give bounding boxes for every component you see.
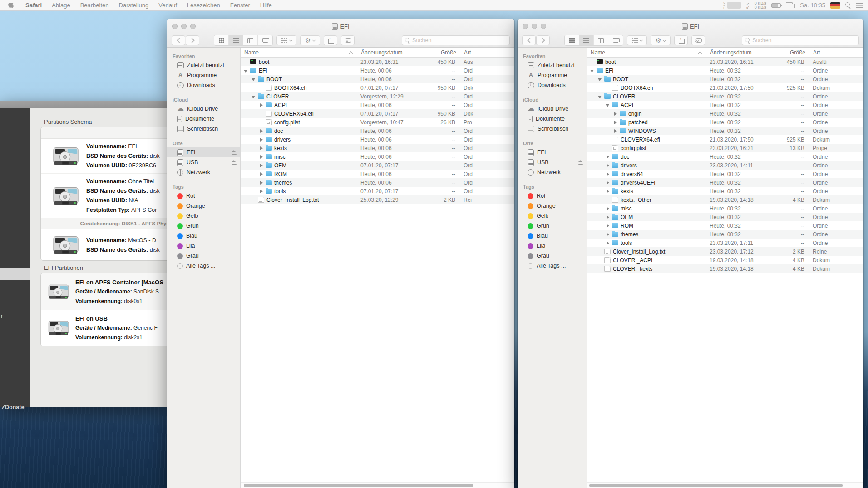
icon-view-button[interactable] bbox=[565, 35, 579, 45]
menu-hilfe[interactable]: Hilfe bbox=[255, 2, 277, 9]
action-gear-button[interactable]: ⚙ bbox=[300, 35, 320, 45]
file-row[interactable]: ACPI Heute, 00:06 -- Ord bbox=[241, 101, 514, 109]
disclosure-triangle-icon[interactable] bbox=[605, 215, 611, 220]
list-view-button[interactable] bbox=[579, 35, 594, 45]
file-row[interactable]: patched Heute, 00:32 -- Ordne bbox=[587, 118, 863, 127]
disclosure-triangle-icon[interactable] bbox=[259, 154, 265, 160]
file-row[interactable]: drivers Heute, 00:06 -- Ord bbox=[241, 135, 514, 144]
zoom-button[interactable] bbox=[190, 24, 196, 29]
gallery-view-button[interactable] bbox=[258, 35, 272, 45]
disclosure-triangle-icon[interactable] bbox=[597, 258, 603, 263]
file-row[interactable]: WINDOWS Heute, 00:32 -- Ordne bbox=[587, 127, 863, 135]
efi-partition-entry[interactable]: EFI on USB Geräte / Medienname: Generic … bbox=[41, 310, 167, 346]
spotlight-search-icon[interactable] bbox=[845, 2, 851, 8]
column-view-button[interactable] bbox=[243, 35, 258, 45]
forward-button[interactable] bbox=[186, 35, 199, 45]
file-row[interactable]: kexts._Other 19.03.2020, 14:18 4 KB Doku… bbox=[587, 195, 863, 204]
file-row[interactable]: config.plist 23.03.2020, 16:31 13 KB Pro… bbox=[587, 144, 863, 152]
sidebar-selected-band[interactable] bbox=[0, 268, 30, 280]
sidebar-item-icloud-drive[interactable]: iCloud Drive bbox=[518, 104, 587, 114]
disclosure-triangle-icon[interactable] bbox=[590, 59, 596, 65]
disclosure-triangle-icon[interactable] bbox=[605, 171, 611, 177]
sidebar-item-orange[interactable]: Orange bbox=[518, 201, 587, 211]
disclosure-triangle-icon[interactable] bbox=[259, 102, 265, 108]
file-row[interactable]: BOOTX64.efi 07.01.20, 07:17 950 KB Dok bbox=[241, 83, 514, 92]
column-header-name[interactable]: Name bbox=[587, 48, 706, 58]
background-window-titlebar[interactable] bbox=[0, 101, 167, 108]
disclosure-triangle-icon[interactable] bbox=[605, 85, 611, 91]
sidebar-item-orange[interactable]: Orange bbox=[167, 201, 240, 211]
file-row[interactable]: BOOT Heute, 00:32 -- Ordne bbox=[587, 75, 863, 83]
menu-safari[interactable]: Safari bbox=[20, 2, 47, 9]
file-row[interactable]: drivers64 Heute, 00:32 -- Ordne bbox=[587, 170, 863, 178]
action-gear-button[interactable]: ⚙ bbox=[651, 35, 671, 45]
column-header-size[interactable]: Größe bbox=[771, 48, 809, 58]
close-button[interactable] bbox=[172, 24, 178, 29]
disclosure-triangle-icon[interactable] bbox=[605, 189, 611, 194]
file-row[interactable]: EFI Heute, 00:06 -- Ord bbox=[241, 66, 514, 75]
volume-entry[interactable]: Volumenname: MacOS - DBSD Name des Gerät… bbox=[41, 229, 167, 260]
titlebar[interactable]: EFI bbox=[167, 19, 514, 34]
sidebar-item-lila[interactable]: Lila bbox=[518, 241, 587, 251]
forward-button[interactable] bbox=[536, 35, 550, 45]
column-header-name[interactable]: Name bbox=[241, 48, 357, 58]
file-row[interactable]: Clover_Install_Log.txt 23.03.2020, 17:12… bbox=[587, 247, 863, 256]
disclosure-triangle-icon[interactable] bbox=[259, 85, 265, 91]
cpu-widget[interactable]: CPU bbox=[723, 1, 741, 10]
disclosure-triangle-icon[interactable] bbox=[259, 128, 265, 134]
close-button[interactable] bbox=[523, 24, 528, 29]
battery-icon[interactable] bbox=[771, 3, 781, 8]
disclosure-triangle-icon[interactable] bbox=[251, 94, 257, 99]
file-row[interactable]: doc Heute, 00:06 -- Ord bbox=[241, 127, 514, 135]
efi-partition-entry[interactable]: EFI on APFS Container [MacOS Geräte / Me… bbox=[41, 273, 167, 310]
horizontal-scrollbar[interactable] bbox=[241, 482, 514, 488]
disclosure-triangle-icon[interactable] bbox=[259, 171, 265, 177]
sidebar-item-efi[interactable]: EFI bbox=[518, 147, 587, 157]
disclosure-triangle-icon[interactable] bbox=[605, 206, 611, 211]
sidebar-item-blau[interactable]: Blau bbox=[167, 231, 240, 241]
search-input[interactable] bbox=[412, 37, 507, 44]
sidebar-item-grau[interactable]: Grau bbox=[167, 251, 240, 261]
file-row[interactable]: themes Heute, 00:06 -- Ord bbox=[241, 178, 514, 187]
sidebar-item-grau[interactable]: Grau bbox=[518, 251, 587, 261]
sidebar-item-downloads[interactable]: Downloads bbox=[167, 80, 240, 90]
file-row[interactable]: CLOVER._kexts 19.03.2020, 14:18 4 KB Dok… bbox=[587, 264, 863, 273]
file-row[interactable]: misc Heute, 00:06 -- Ord bbox=[241, 152, 514, 161]
volume-entry[interactable]: Volumenname: EFIBSD Name des Geräts: dis… bbox=[41, 139, 167, 174]
disclosure-triangle-icon[interactable] bbox=[597, 249, 603, 254]
menu-fenster[interactable]: Fenster bbox=[225, 2, 255, 9]
disclosure-triangle-icon[interactable] bbox=[259, 163, 265, 168]
sidebar-item-programme[interactable]: Programme bbox=[167, 70, 240, 80]
sidebar-item-grün[interactable]: Grün bbox=[167, 221, 240, 231]
file-row[interactable]: ROM Heute, 00:32 -- Ordne bbox=[587, 221, 863, 230]
file-row[interactable]: CLOVERX64.efi 21.03.2020, 17:50 925 KB D… bbox=[587, 135, 863, 144]
share-button[interactable] bbox=[324, 35, 337, 45]
sidebar-item-alle-tags-[interactable]: Alle Tags ... bbox=[518, 261, 587, 271]
file-row[interactable]: EFI Heute, 00:32 -- Ordne bbox=[587, 66, 863, 75]
file-row[interactable]: tools 23.03.2020, 17:11 -- Ordne bbox=[587, 239, 863, 247]
search-field[interactable] bbox=[742, 35, 859, 45]
disclosure-triangle-icon[interactable] bbox=[259, 180, 265, 185]
eject-icon[interactable] bbox=[232, 160, 237, 165]
disclosure-triangle-icon[interactable] bbox=[259, 120, 265, 125]
sidebar-item-efi[interactable]: EFI bbox=[167, 147, 240, 157]
scrollbar-thumb[interactable] bbox=[589, 484, 843, 487]
file-row[interactable]: tools 07.01.20, 07:17 -- Ord bbox=[241, 187, 514, 195]
finder-window-1[interactable]: EFI ⚙ Favoriten bbox=[167, 19, 514, 488]
sidebar-item-usb[interactable]: USB bbox=[518, 157, 587, 167]
disclosure-triangle-icon[interactable] bbox=[605, 223, 611, 229]
sidebar-item-dokumente[interactable]: Dokumente bbox=[518, 114, 587, 124]
horizontal-scrollbar[interactable] bbox=[587, 482, 863, 488]
file-row[interactable]: misc Heute, 00:32 -- Ordne bbox=[587, 204, 863, 213]
sidebar-item-usb[interactable]: USB bbox=[167, 157, 240, 167]
eject-icon[interactable] bbox=[232, 150, 237, 155]
disclosure-triangle-icon[interactable] bbox=[259, 111, 265, 117]
disclosure-triangle-icon[interactable] bbox=[259, 137, 265, 142]
disclosure-triangle-icon[interactable] bbox=[259, 146, 265, 151]
disclosure-triangle-icon[interactable] bbox=[605, 146, 611, 151]
disclosure-triangle-icon[interactable] bbox=[605, 180, 611, 185]
file-row[interactable]: boot 23.03.20, 16:31 450 KB Aus bbox=[241, 58, 514, 66]
sidebar-item-schreibtisch[interactable]: Schreibtisch bbox=[518, 124, 587, 134]
file-row[interactable]: Clover_Install_Log.txt 25.03.20, 12:29 2… bbox=[241, 195, 514, 204]
menu-bar-clock[interactable]: Sa. 10:35 bbox=[800, 2, 825, 9]
